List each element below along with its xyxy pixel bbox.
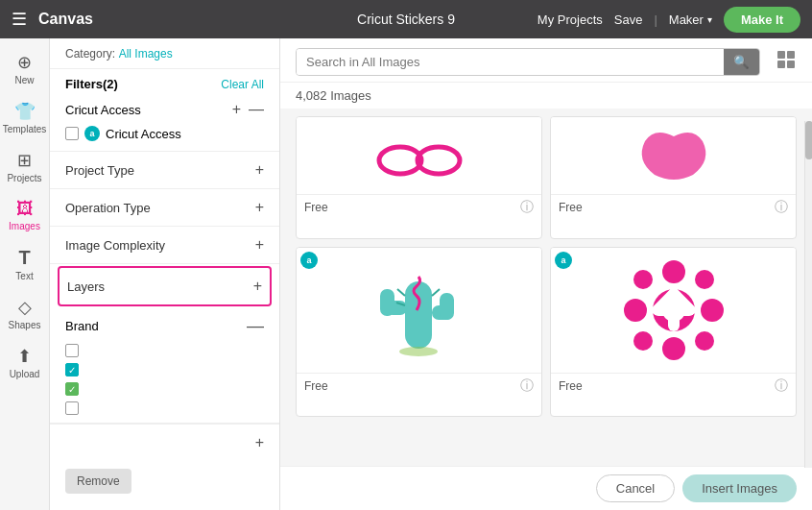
image-complexity-plus-icon[interactable]: +	[255, 236, 264, 254]
image-price-4: Free	[559, 379, 583, 393]
uploaded-checkbox[interactable]	[65, 344, 79, 357]
cricut-access-checkbox[interactable]	[65, 127, 79, 140]
project-type-section: Project Type +	[50, 152, 279, 189]
operation-type-section: Operation Type +	[50, 189, 279, 227]
image-footer-1: Free ⓘ	[297, 194, 541, 220]
ownership-downloaded	[65, 401, 264, 415]
image-card-3: a	[296, 247, 542, 418]
hamburger-icon[interactable]: ☰	[12, 9, 27, 30]
sidebar-item-projects[interactable]: ⊞ Projects	[3, 144, 47, 189]
filters-clear-button[interactable]: Clear All	[221, 78, 264, 91]
layers-header[interactable]: Layers +	[67, 278, 262, 295]
sidebar-item-new[interactable]: ⊕ New	[3, 46, 47, 91]
sidebar-item-images[interactable]: 🖼 Images	[3, 193, 47, 237]
filters-header: Category: All Images	[50, 38, 279, 69]
free-checkbox[interactable]: ✓	[65, 382, 79, 396]
svg-line-13	[432, 289, 440, 296]
sidebar-item-templates[interactable]: 👕 Templates	[3, 95, 47, 140]
separator: |	[654, 12, 657, 27]
image-price-2: Free	[559, 201, 583, 214]
maker-selector[interactable]: Maker ▾	[669, 12, 712, 27]
filters-title-row: Filters(2) Clear All	[50, 69, 279, 95]
remove-filter-button[interactable]: Remove	[65, 469, 131, 494]
sidebar-label-new: New	[14, 75, 34, 85]
ownership-free: ✓	[65, 382, 264, 396]
svg-point-17	[624, 299, 647, 322]
svg-rect-3	[787, 61, 795, 68]
brand-plus-icon[interactable]: +	[255, 434, 264, 451]
ownership-minus-icon[interactable]: —	[247, 316, 264, 336]
cricut-access-option-label: Cricut Access	[106, 127, 181, 141]
cricut-access-badge: a	[84, 126, 100, 141]
scroll-thumb[interactable]	[805, 121, 812, 159]
save-button[interactable]: Save	[614, 12, 643, 27]
images-icon: 🖼	[16, 199, 34, 219]
svg-rect-0	[777, 51, 785, 59]
sidebar-item-shapes[interactable]: ◇ Shapes	[3, 291, 47, 336]
cricut-access-plus-icon[interactable]: +	[232, 101, 241, 118]
project-type-header[interactable]: Project Type +	[65, 161, 264, 179]
svg-line-11	[397, 289, 405, 296]
chevron-down-icon: ▾	[707, 14, 712, 25]
image-preview-4: a	[551, 248, 796, 373]
layers-section: Layers +	[58, 266, 272, 306]
image-info-2[interactable]: ⓘ	[775, 199, 788, 216]
search-button[interactable]: 🔍	[724, 49, 759, 75]
cricut-access-minus-icon[interactable]: —	[249, 101, 264, 118]
sidebar-label-templates: Templates	[3, 124, 47, 134]
content-area: 🔍 4,082 Images	[280, 38, 812, 510]
maker-label: Maker	[669, 12, 704, 27]
upload-icon: ⬆	[17, 346, 32, 367]
my-projects-link[interactable]: My Projects	[537, 12, 603, 27]
filters-panel: Category: All Images Filters(2) Clear Al…	[50, 38, 280, 510]
cricut-access-checkbox-row: a Cricut Access	[65, 126, 264, 141]
cricut-access-header: Cricut Access + —	[65, 101, 264, 118]
downloaded-checkbox[interactable]	[65, 401, 79, 415]
image-card-4: a	[550, 247, 797, 418]
svg-rect-1	[787, 51, 795, 59]
category-label: Category:	[65, 47, 115, 61]
image-grid: Free ⓘ Free ⓘ a	[280, 109, 812, 455]
image-complexity-header[interactable]: Image Complexity +	[65, 236, 264, 254]
image-preview-1	[297, 117, 541, 194]
filters-count: Filters(2)	[65, 77, 118, 91]
category-value: All Images	[119, 47, 173, 61]
operation-type-header[interactable]: Operation Type +	[65, 199, 264, 216]
image-complexity-section: Image Complexity +	[50, 227, 279, 264]
ownership-uploaded	[65, 344, 264, 357]
images-count: 4,082 Images	[280, 83, 812, 109]
search-box: 🔍	[296, 48, 760, 76]
scroll-track	[804, 121, 812, 468]
sidebar-label-projects: Projects	[7, 173, 41, 183]
svg-point-21	[633, 331, 653, 351]
image-info-4[interactable]: ⓘ	[775, 377, 788, 395]
layers-plus-icon[interactable]: +	[253, 278, 262, 295]
image-price-1: Free	[304, 201, 328, 214]
project-type-plus-icon[interactable]: +	[255, 161, 264, 179]
image-preview-2	[551, 117, 796, 194]
operation-type-title: Operation Type	[65, 201, 151, 215]
sidebar-item-text[interactable]: T Text	[3, 241, 47, 287]
image-footer-3: Free ⓘ	[297, 373, 541, 399]
image-info-3[interactable]: ⓘ	[520, 377, 534, 395]
cancel-button[interactable]: Cancel	[596, 474, 675, 502]
insert-images-button[interactable]: Insert Images	[682, 474, 797, 502]
templates-icon: 👕	[14, 101, 36, 122]
brand-section: +	[50, 424, 279, 461]
search-input[interactable]	[297, 49, 724, 75]
sidebar-item-upload[interactable]: ⬆ Upload	[3, 340, 47, 385]
operation-type-plus-icon[interactable]: +	[255, 199, 264, 216]
ownership-header: Brand —	[65, 316, 264, 336]
image-badge-4: a	[555, 252, 572, 269]
filter-action-area: Remove	[50, 461, 279, 510]
purchased-checkbox[interactable]: ✓	[65, 363, 79, 376]
topbar-right: My Projects Save | Maker ▾ Make It	[537, 7, 800, 33]
svg-point-14	[399, 347, 438, 356]
view-toggle-button[interactable]	[776, 49, 797, 75]
image-preview-3: a	[297, 248, 541, 373]
image-price-3: Free	[304, 379, 328, 393]
make-it-button[interactable]: Make It	[724, 7, 800, 33]
image-info-1[interactable]: ⓘ	[520, 199, 534, 216]
image-footer-4: Free ⓘ	[551, 373, 796, 399]
main-layout: ⊕ New 👕 Templates ⊞ Projects 🖼 Images T …	[0, 38, 812, 510]
